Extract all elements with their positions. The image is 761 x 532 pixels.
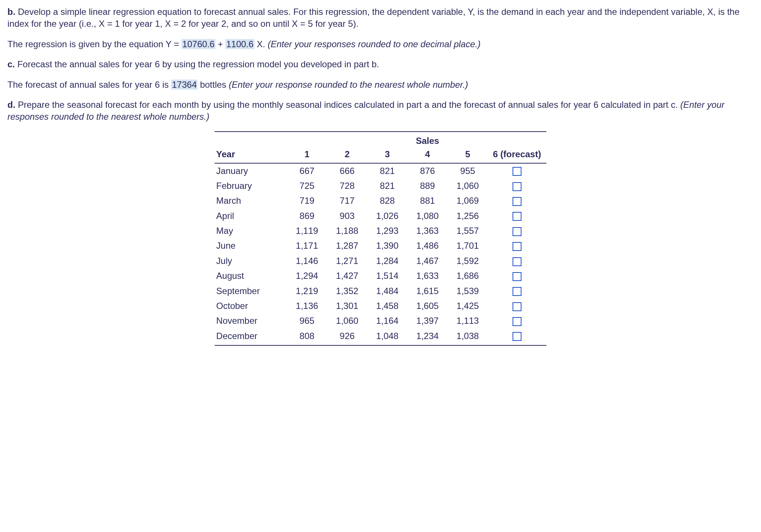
month-cell: October <box>215 299 287 313</box>
month-cell: September <box>215 284 287 299</box>
forecast-cell <box>488 268 546 283</box>
forecast-cell <box>488 178 546 193</box>
part-c-label: c. <box>7 59 15 69</box>
forecast-input[interactable] <box>513 257 521 266</box>
value-cell: 965 <box>287 313 327 328</box>
value-cell: 1,294 <box>287 268 327 283</box>
value-cell: 667 <box>287 163 327 178</box>
value-cell: 1,592 <box>447 254 488 268</box>
part-c-question: c. Forecast the annual sales for year 6 … <box>7 58 754 70</box>
forecast-prefix: The forecast of annual sales for year 6 … <box>7 80 171 90</box>
header-blank <box>327 132 367 147</box>
forecast-cell <box>488 193 546 208</box>
value-cell: 1,026 <box>367 209 407 223</box>
value-cell: 1,397 <box>407 313 447 328</box>
sales-table: Sales Year 1 2 3 4 5 6 (forecast) Januar… <box>215 131 546 346</box>
value-cell: 1,467 <box>407 254 447 268</box>
part-c-note: (Enter your response rounded to the near… <box>229 80 468 90</box>
value-cell: 828 <box>367 193 407 208</box>
forecast-input[interactable] <box>513 182 521 191</box>
value-cell: 1,458 <box>367 299 407 313</box>
month-cell: February <box>215 178 287 193</box>
value-cell: 955 <box>447 163 488 178</box>
table-row: April8699031,0261,0801,256 <box>215 209 546 223</box>
month-cell: March <box>215 193 287 208</box>
eq-suffix: X. <box>257 39 267 49</box>
value-cell: 1,605 <box>407 299 447 313</box>
forecast-input[interactable] <box>513 242 521 251</box>
table-row: January667666821876955 <box>215 163 546 178</box>
forecast-cell <box>488 329 546 345</box>
part-c-text: Forecast the annual sales for year 6 by … <box>15 59 379 69</box>
year-label: Year <box>215 147 287 163</box>
value-cell: 1,060 <box>327 313 367 328</box>
forecast-input[interactable] <box>513 227 521 236</box>
value-cell: 1,363 <box>407 223 447 238</box>
table-row: December8089261,0481,2341,038 <box>215 329 546 345</box>
value-cell: 1,293 <box>367 223 407 238</box>
value-cell: 926 <box>327 329 367 345</box>
forecast-input[interactable] <box>513 302 521 311</box>
value-cell: 1,271 <box>327 254 367 268</box>
header-blank <box>447 132 488 147</box>
month-cell: August <box>215 268 287 283</box>
col-5: 5 <box>447 147 488 163</box>
forecast-cell <box>488 238 546 253</box>
forecast-input[interactable] <box>513 212 521 221</box>
regression-intercept[interactable]: 10760.6 <box>182 39 215 49</box>
value-cell: 1,425 <box>447 299 488 313</box>
month-cell: November <box>215 313 287 328</box>
forecast-year6[interactable]: 17364 <box>171 80 198 90</box>
forecast-cell <box>488 284 546 299</box>
forecast-input[interactable] <box>513 197 521 206</box>
value-cell: 666 <box>327 163 367 178</box>
value-cell: 1,352 <box>327 284 367 299</box>
value-cell: 1,686 <box>447 268 488 283</box>
part-d-label: d. <box>7 100 15 110</box>
value-cell: 1,069 <box>447 193 488 208</box>
month-cell: July <box>215 254 287 268</box>
header-blank <box>367 132 407 147</box>
forecast-input[interactable] <box>513 317 521 326</box>
value-cell: 1,484 <box>367 284 407 299</box>
col-1: 1 <box>287 147 327 163</box>
part-b-question: b. Develop a simple linear regression eq… <box>7 6 754 30</box>
value-cell: 876 <box>407 163 447 178</box>
month-cell: December <box>215 329 287 345</box>
value-cell: 808 <box>287 329 327 345</box>
eq-plus: + <box>218 39 226 49</box>
forecast-input[interactable] <box>513 332 521 341</box>
table-row: February7257288218891,060 <box>215 178 546 193</box>
month-cell: May <box>215 223 287 238</box>
value-cell: 1,048 <box>367 329 407 345</box>
value-cell: 1,557 <box>447 223 488 238</box>
part-d-question: d. Prepare the seasonal forecast for eac… <box>7 99 754 123</box>
regression-slope[interactable]: 1100.6 <box>225 39 254 49</box>
col-6-forecast: 6 (forecast) <box>488 147 546 163</box>
header-blank <box>488 132 546 147</box>
value-cell: 1,539 <box>447 284 488 299</box>
value-cell: 1,256 <box>447 209 488 223</box>
forecast-input[interactable] <box>513 287 521 296</box>
part-b-equation-line: The regression is given by the equation … <box>7 38 754 50</box>
value-cell: 881 <box>407 193 447 208</box>
forecast-input[interactable] <box>513 272 521 281</box>
col-3: 3 <box>367 147 407 163</box>
value-cell: 1,390 <box>367 238 407 253</box>
value-cell: 1,080 <box>407 209 447 223</box>
forecast-cell <box>488 223 546 238</box>
value-cell: 1,486 <box>407 238 447 253</box>
value-cell: 1,633 <box>407 268 447 283</box>
part-b-text: Develop a simple linear regression equat… <box>7 7 739 29</box>
value-cell: 1,701 <box>447 238 488 253</box>
table-row: September1,2191,3521,4841,6151,539 <box>215 284 546 299</box>
forecast-suffix: bottles <box>200 80 229 90</box>
table-row: August1,2941,4271,5141,6331,686 <box>215 268 546 283</box>
table-row: May1,1191,1881,2931,3631,557 <box>215 223 546 238</box>
col-4: 4 <box>407 147 447 163</box>
value-cell: 1,171 <box>287 238 327 253</box>
value-cell: 889 <box>407 178 447 193</box>
value-cell: 1,146 <box>287 254 327 268</box>
sales-table-wrap: Sales Year 1 2 3 4 5 6 (forecast) Januar… <box>7 131 754 346</box>
forecast-input[interactable] <box>513 167 521 176</box>
